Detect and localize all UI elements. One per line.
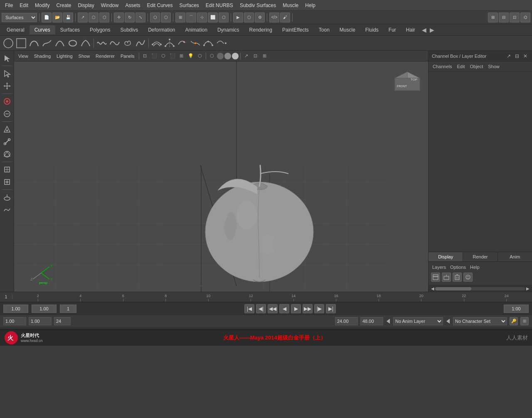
soft-mod-btn[interactable]: ⬡ bbox=[150, 12, 160, 22]
dock-icon[interactable]: ⊟ bbox=[514, 53, 520, 59]
sine-curve[interactable] bbox=[96, 37, 108, 49]
xray-btn[interactable]: ⬡ bbox=[208, 52, 216, 60]
menu-window[interactable]: Window bbox=[98, 2, 122, 9]
tab-nav-next[interactable]: ▶ bbox=[428, 27, 436, 33]
playback-start[interactable] bbox=[335, 317, 358, 325]
end-frame-field[interactable] bbox=[54, 317, 71, 325]
jump-start-btn[interactable]: |◀ bbox=[244, 304, 254, 313]
scroll-left-arrow[interactable]: ◀ bbox=[430, 286, 435, 291]
panels-menu[interactable]: Panels bbox=[118, 53, 137, 59]
delete-layer-btn[interactable] bbox=[453, 273, 462, 282]
scrollbar-track[interactable] bbox=[435, 287, 525, 290]
shadow-btn[interactable]: ⬡ bbox=[196, 52, 204, 60]
char-set-add-btn[interactable]: ⊞ bbox=[520, 317, 529, 325]
help-menu[interactable]: Help bbox=[469, 264, 481, 270]
float-icon[interactable]: ↗ bbox=[505, 53, 512, 59]
snap-view-btn[interactable]: ⬜ bbox=[208, 12, 218, 22]
tab-toon[interactable]: Toon bbox=[314, 25, 335, 34]
tab-nav-prev[interactable]: ◀ bbox=[420, 27, 428, 33]
tab-painteffects[interactable]: PaintEffects bbox=[277, 25, 314, 34]
paint-scripts-btn[interactable]: 🖌 bbox=[280, 12, 290, 22]
anim-tab[interactable]: Anim bbox=[498, 252, 532, 261]
select-tool-btn[interactable]: ↗ bbox=[78, 12, 88, 22]
lattice-btn[interactable] bbox=[1, 164, 13, 175]
paint-btn[interactable] bbox=[1, 96, 13, 107]
tab-deformation[interactable]: Deformation bbox=[143, 25, 180, 34]
paint-select-btn[interactable]: ⬡ bbox=[99, 12, 109, 22]
light-btn[interactable]: 💡 bbox=[187, 52, 195, 60]
ik-handle-btn[interactable] bbox=[1, 136, 13, 148]
tab-subdivs[interactable]: Subdivs bbox=[115, 25, 143, 34]
display-tab[interactable]: Display bbox=[429, 252, 463, 261]
edit-tab[interactable]: Edit bbox=[455, 63, 466, 70]
helix-curve[interactable] bbox=[135, 37, 146, 49]
snap-grid-btn[interactable]: ⊞ bbox=[175, 12, 185, 22]
view-menu[interactable]: View bbox=[16, 53, 31, 59]
texture-btn[interactable]: ⊞ bbox=[177, 52, 186, 60]
lighting-menu[interactable]: Lighting bbox=[54, 53, 75, 59]
isolate-btn[interactable]: ⊡ bbox=[251, 52, 260, 60]
ipr-btn[interactable]: ⬡ bbox=[244, 12, 254, 22]
menu-subdiv[interactable]: Subdiv Surfaces bbox=[236, 2, 279, 9]
frame-number-field[interactable] bbox=[60, 305, 76, 313]
tab-muscle[interactable]: Muscle bbox=[335, 25, 360, 34]
viewport-canvas[interactable]: TOP FRONT Y X Z persp bbox=[14, 61, 428, 292]
transform-btn[interactable] bbox=[1, 176, 13, 188]
circle-tool[interactable] bbox=[67, 37, 79, 49]
menu-edit-curves[interactable]: Edit Curves bbox=[143, 2, 176, 9]
menu-help[interactable]: Help bbox=[302, 2, 319, 9]
options-menu[interactable]: Options bbox=[449, 264, 467, 270]
render-settings-btn[interactable]: ⚙ bbox=[255, 12, 265, 22]
extrude-curve[interactable] bbox=[164, 37, 175, 49]
shaded-btn[interactable]: ⬛ bbox=[168, 52, 177, 60]
snap-live-btn[interactable]: ⬡ bbox=[219, 12, 229, 22]
range-start-field[interactable] bbox=[3, 317, 26, 325]
current-frame-field[interactable] bbox=[32, 305, 57, 313]
menu-file[interactable]: File bbox=[2, 2, 16, 9]
scroll-right-arrow[interactable]: ▶ bbox=[525, 286, 530, 291]
spiral-curve[interactable] bbox=[122, 37, 133, 49]
shading-menu[interactable]: Shading bbox=[32, 53, 53, 59]
pencil-curve-tool[interactable] bbox=[41, 37, 53, 49]
tab-fur[interactable]: Fur bbox=[384, 25, 401, 34]
wave-deformer-btn[interactable] bbox=[1, 204, 13, 216]
range-arrow[interactable] bbox=[386, 318, 391, 325]
ep-curve-tool[interactable] bbox=[15, 37, 27, 49]
show-manip-btn[interactable]: ⬡ bbox=[161, 12, 171, 22]
cam-tools-btn[interactable]: ⊡ bbox=[141, 52, 149, 60]
save-scene-btn[interactable]: 💾 bbox=[63, 12, 73, 22]
attr-editor-btn[interactable]: ⊟ bbox=[499, 12, 509, 22]
menu-edit[interactable]: Edit bbox=[16, 2, 32, 9]
cluster-btn[interactable] bbox=[1, 148, 13, 160]
mode-select[interactable]: Surfaces Animation Polygons Dynamics Ren… bbox=[2, 13, 37, 22]
object-tab[interactable]: Object bbox=[468, 63, 485, 70]
hypergraph-btn[interactable]: ⌬ bbox=[520, 12, 530, 22]
current-frame-input[interactable] bbox=[504, 305, 529, 313]
channels-tab[interactable]: Channels bbox=[431, 63, 453, 70]
show-menu[interactable]: Show bbox=[76, 53, 93, 59]
smooth3-btn[interactable] bbox=[232, 53, 239, 59]
select-obj-btn[interactable] bbox=[1, 68, 13, 79]
wave-curve[interactable] bbox=[109, 37, 121, 49]
square-curve-tool[interactable] bbox=[80, 37, 91, 49]
timeline-ruler[interactable]: 1 2 4 6 8 10 12 14 16 18 20 22 24 bbox=[0, 292, 532, 302]
rotate-tool-btn[interactable]: ↻ bbox=[125, 12, 135, 22]
start-frame-field[interactable] bbox=[3, 305, 28, 313]
renderer-menu[interactable]: Renderer bbox=[93, 53, 117, 59]
play-fwd-btn[interactable]: ▶ bbox=[291, 304, 301, 313]
tab-hair[interactable]: Hair bbox=[401, 25, 420, 34]
snap-point-btn[interactable]: ⊹ bbox=[197, 12, 207, 22]
show-tab[interactable]: Show bbox=[486, 63, 501, 70]
channel-box-btn[interactable]: ⊞ bbox=[488, 12, 498, 22]
new-scene-btn[interactable]: 📄 bbox=[42, 12, 52, 22]
layer-attrs-btn[interactable] bbox=[463, 273, 473, 282]
trim-curve[interactable] bbox=[177, 37, 188, 49]
render-btn[interactable]: ▶ bbox=[233, 12, 243, 22]
render-tab[interactable]: Render bbox=[463, 252, 498, 261]
rebuild-curve[interactable] bbox=[202, 37, 214, 49]
menu-display[interactable]: Display bbox=[74, 2, 97, 9]
offset-curve[interactable] bbox=[151, 37, 163, 49]
step-back-key-btn[interactable]: ◀| bbox=[256, 304, 266, 313]
extend-curve[interactable] bbox=[215, 37, 227, 49]
close-icon[interactable]: ✕ bbox=[522, 53, 529, 59]
